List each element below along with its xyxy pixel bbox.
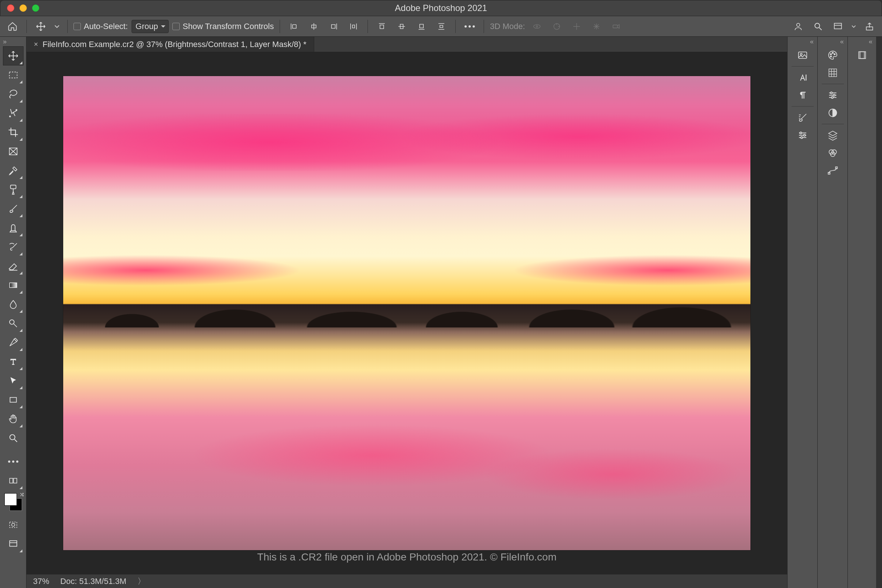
channels-panel-icon[interactable] bbox=[822, 144, 843, 162]
foreground-color-swatch[interactable] bbox=[4, 493, 17, 506]
clone-stamp-tool[interactable] bbox=[3, 218, 24, 237]
rect-marquee-tool[interactable] bbox=[3, 65, 24, 84]
distribute-h-icon[interactable] bbox=[345, 18, 362, 34]
brush-tool[interactable] bbox=[3, 199, 24, 218]
dodge-tool[interactable] bbox=[3, 314, 24, 333]
show-transform-label: Show Transform Controls bbox=[183, 22, 274, 31]
eyedropper-tool[interactable] bbox=[3, 161, 24, 180]
eraser-tool[interactable] bbox=[3, 256, 24, 276]
workspace-switcher-icon[interactable] bbox=[830, 18, 846, 34]
show-transform-checkbox[interactable]: Show Transform Controls bbox=[172, 22, 274, 31]
svg-point-26 bbox=[803, 135, 805, 136]
quick-select-tool[interactable] bbox=[3, 104, 24, 123]
zoom-tool[interactable] bbox=[3, 429, 24, 448]
panel-column-2: « bbox=[818, 37, 848, 588]
path-select-tool[interactable] bbox=[3, 371, 24, 390]
svg-rect-12 bbox=[10, 185, 16, 189]
threed-pan-icon bbox=[568, 18, 585, 34]
svg-rect-24 bbox=[806, 75, 806, 81]
hand-tool[interactable] bbox=[3, 410, 24, 429]
adjustments-panel-icon[interactable] bbox=[822, 86, 843, 104]
distribute-v-icon[interactable] bbox=[433, 18, 450, 34]
svg-point-1 bbox=[536, 26, 538, 27]
pen-tool[interactable] bbox=[3, 333, 24, 352]
align-hcenter-icon[interactable] bbox=[306, 18, 322, 34]
type-tool[interactable] bbox=[3, 352, 24, 371]
edit-toolbar-icon[interactable] bbox=[3, 452, 24, 471]
image-preview bbox=[63, 76, 750, 550]
auto-select-mode-dropdown[interactable]: Group bbox=[132, 20, 169, 33]
crop-tool[interactable] bbox=[3, 123, 24, 142]
layers-panel-icon[interactable] bbox=[822, 126, 843, 144]
blur-tool[interactable] bbox=[3, 295, 24, 314]
svg-point-0 bbox=[534, 25, 540, 28]
swap-colors-icon[interactable]: ⤭ bbox=[20, 491, 24, 498]
healing-brush-tool[interactable] bbox=[3, 180, 24, 199]
align-vcenter-icon[interactable] bbox=[394, 18, 410, 34]
tool-preset-move-icon[interactable] bbox=[33, 18, 49, 34]
svg-rect-17 bbox=[9, 478, 13, 483]
svg-point-33 bbox=[830, 92, 832, 94]
status-bar: 37% Doc: 51.3M/51.3M 〉 bbox=[27, 574, 787, 588]
paths-panel-icon[interactable] bbox=[822, 162, 843, 179]
status-menu-icon[interactable]: 〉 bbox=[138, 576, 146, 587]
frame-tool[interactable] bbox=[3, 142, 24, 161]
lasso-tool[interactable] bbox=[3, 84, 24, 104]
align-left-icon[interactable] bbox=[286, 18, 302, 34]
character-panel-icon[interactable] bbox=[792, 69, 813, 86]
cloud-docs-icon[interactable] bbox=[790, 18, 806, 34]
share-icon[interactable] bbox=[861, 18, 878, 34]
svg-point-31 bbox=[830, 56, 831, 57]
svg-rect-15 bbox=[10, 398, 16, 402]
panel-col3-collapse-icon[interactable]: « bbox=[848, 37, 876, 46]
history-panel-icon[interactable] bbox=[792, 46, 813, 64]
canvas[interactable]: This is a .CR2 file open in Adobe Photos… bbox=[27, 52, 787, 574]
brushes-panel-icon[interactable] bbox=[792, 109, 813, 126]
threed-orbit-icon bbox=[529, 18, 545, 34]
toolbox-collapse-icon[interactable]: » bbox=[0, 37, 26, 46]
move-tool[interactable] bbox=[3, 46, 24, 65]
align-right-icon[interactable] bbox=[326, 18, 342, 34]
swatches-panel-icon[interactable] bbox=[822, 64, 843, 82]
quick-mask-tool[interactable] bbox=[3, 515, 24, 534]
svg-point-28 bbox=[830, 54, 831, 55]
screen-mode-tool[interactable] bbox=[3, 534, 24, 554]
panel-column-3: « bbox=[848, 37, 876, 588]
svg-point-14 bbox=[9, 320, 14, 324]
tab-close-icon[interactable]: × bbox=[34, 40, 38, 48]
home-button[interactable] bbox=[4, 18, 21, 34]
paragraph-panel-icon[interactable] bbox=[792, 86, 813, 104]
svg-rect-22 bbox=[798, 52, 807, 58]
svg-point-4 bbox=[797, 23, 800, 27]
toolbar-extras-icon[interactable] bbox=[3, 471, 24, 490]
tool-preset-dropdown[interactable] bbox=[52, 18, 62, 34]
svg-rect-43 bbox=[860, 52, 864, 59]
rectangle-tool[interactable] bbox=[3, 390, 24, 410]
panel-col2-collapse-icon[interactable]: « bbox=[818, 37, 848, 46]
auto-select-mode-value: Group bbox=[136, 22, 158, 31]
fg-bg-color-swatch[interactable]: ⤭ bbox=[4, 493, 22, 511]
align-top-icon[interactable] bbox=[374, 18, 390, 34]
document-area: × FileInfo.com Example.cr2 @ 37% (Bright… bbox=[27, 37, 787, 588]
panel-col1-collapse-icon[interactable]: « bbox=[788, 37, 818, 46]
document-size[interactable]: Doc: 51.3M/51.3M bbox=[60, 577, 126, 586]
panel-column-1: « bbox=[787, 37, 818, 588]
workspace-dropdown-icon[interactable] bbox=[850, 18, 858, 34]
brush-settings-panel-icon[interactable] bbox=[792, 126, 813, 144]
more-align-options-icon[interactable] bbox=[462, 18, 478, 34]
history-brush-tool[interactable] bbox=[3, 237, 24, 256]
threed-camera-icon bbox=[608, 18, 624, 34]
color-panel-icon[interactable] bbox=[822, 46, 843, 64]
gradient-tool[interactable] bbox=[3, 276, 24, 295]
balance-panel-icon[interactable] bbox=[822, 104, 843, 122]
svg-rect-8 bbox=[9, 72, 17, 78]
search-icon[interactable] bbox=[810, 18, 826, 34]
zoom-level[interactable]: 37% bbox=[33, 577, 49, 586]
libraries-panel-icon[interactable] bbox=[852, 46, 873, 64]
auto-select-checkbox[interactable]: Auto-Select: bbox=[74, 22, 128, 31]
document-tab[interactable]: × FileInfo.com Example.cr2 @ 37% (Bright… bbox=[27, 37, 314, 52]
threed-roll-icon bbox=[549, 18, 565, 34]
svg-rect-6 bbox=[834, 23, 842, 28]
document-tab-title: FileInfo.com Example.cr2 @ 37% (Brightne… bbox=[43, 40, 306, 49]
align-bottom-icon[interactable] bbox=[413, 18, 430, 34]
